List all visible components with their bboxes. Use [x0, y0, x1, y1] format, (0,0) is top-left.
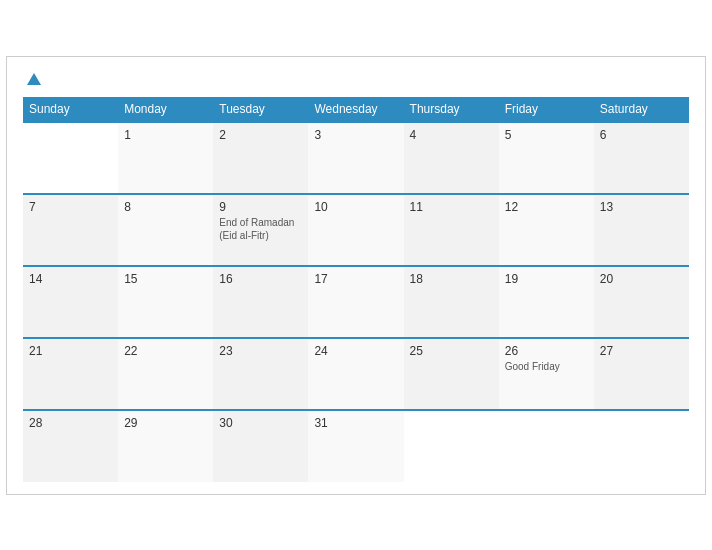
- day-number: 2: [219, 128, 302, 142]
- calendar-day-cell: 29: [118, 410, 213, 482]
- calendar-day-cell: 17: [308, 266, 403, 338]
- day-header-friday: Friday: [499, 97, 594, 122]
- calendar-day-cell: 1: [118, 122, 213, 194]
- day-number: 6: [600, 128, 683, 142]
- calendar-day-cell: 15: [118, 266, 213, 338]
- day-header-monday: Monday: [118, 97, 213, 122]
- day-number: 18: [410, 272, 493, 286]
- day-number: 28: [29, 416, 112, 430]
- day-header-thursday: Thursday: [404, 97, 499, 122]
- calendar-day-cell: 14: [23, 266, 118, 338]
- day-event: Good Friday: [505, 360, 588, 373]
- calendar-day-cell: 23: [213, 338, 308, 410]
- calendar-day-cell: 2: [213, 122, 308, 194]
- calendar-day-cell: 28: [23, 410, 118, 482]
- calendar-day-cell: 22: [118, 338, 213, 410]
- calendar-day-cell: 4: [404, 122, 499, 194]
- calendar-day-cell: 6: [594, 122, 689, 194]
- calendar-day-cell: 5: [499, 122, 594, 194]
- calendar: SundayMondayTuesdayWednesdayThursdayFrid…: [6, 56, 706, 495]
- calendar-week-row: 123456: [23, 122, 689, 194]
- day-number: 1: [124, 128, 207, 142]
- calendar-day-cell: 8: [118, 194, 213, 266]
- day-number: 30: [219, 416, 302, 430]
- calendar-header: [23, 73, 689, 85]
- calendar-day-cell: 12: [499, 194, 594, 266]
- calendar-day-cell: 19: [499, 266, 594, 338]
- calendar-table: SundayMondayTuesdayWednesdayThursdayFrid…: [23, 97, 689, 482]
- calendar-day-cell: 9End of Ramadan (Eid al-Fitr): [213, 194, 308, 266]
- day-header-saturday: Saturday: [594, 97, 689, 122]
- day-number: 12: [505, 200, 588, 214]
- calendar-week-row: 28293031: [23, 410, 689, 482]
- calendar-thead: SundayMondayTuesdayWednesdayThursdayFrid…: [23, 97, 689, 122]
- day-number: 11: [410, 200, 493, 214]
- day-number: 20: [600, 272, 683, 286]
- calendar-day-cell: [499, 410, 594, 482]
- day-number: 27: [600, 344, 683, 358]
- day-number: 14: [29, 272, 112, 286]
- day-number: 5: [505, 128, 588, 142]
- calendar-day-cell: 10: [308, 194, 403, 266]
- logo-triangle-icon: [27, 73, 41, 85]
- calendar-day-cell: [23, 122, 118, 194]
- calendar-day-cell: 30: [213, 410, 308, 482]
- day-number: 19: [505, 272, 588, 286]
- calendar-day-cell: 27: [594, 338, 689, 410]
- calendar-day-cell: [594, 410, 689, 482]
- calendar-tbody: 123456789End of Ramadan (Eid al-Fitr)101…: [23, 122, 689, 482]
- day-number: 16: [219, 272, 302, 286]
- day-number: 8: [124, 200, 207, 214]
- day-header-tuesday: Tuesday: [213, 97, 308, 122]
- day-number: 26: [505, 344, 588, 358]
- day-number: 24: [314, 344, 397, 358]
- calendar-week-row: 212223242526Good Friday27: [23, 338, 689, 410]
- day-header-sunday: Sunday: [23, 97, 118, 122]
- calendar-day-cell: 20: [594, 266, 689, 338]
- day-number: 22: [124, 344, 207, 358]
- calendar-day-cell: 24: [308, 338, 403, 410]
- calendar-week-row: 14151617181920: [23, 266, 689, 338]
- calendar-week-row: 789End of Ramadan (Eid al-Fitr)10111213: [23, 194, 689, 266]
- day-number: 4: [410, 128, 493, 142]
- calendar-day-cell: [404, 410, 499, 482]
- calendar-day-cell: 13: [594, 194, 689, 266]
- calendar-day-cell: 26Good Friday: [499, 338, 594, 410]
- day-number: 7: [29, 200, 112, 214]
- day-number: 3: [314, 128, 397, 142]
- calendar-day-cell: 25: [404, 338, 499, 410]
- day-number: 15: [124, 272, 207, 286]
- day-header-wednesday: Wednesday: [308, 97, 403, 122]
- calendar-day-cell: 11: [404, 194, 499, 266]
- days-header-row: SundayMondayTuesdayWednesdayThursdayFrid…: [23, 97, 689, 122]
- calendar-day-cell: 7: [23, 194, 118, 266]
- day-number: 17: [314, 272, 397, 286]
- day-number: 21: [29, 344, 112, 358]
- day-number: 13: [600, 200, 683, 214]
- calendar-day-cell: 31: [308, 410, 403, 482]
- logo: [23, 73, 41, 85]
- day-event: End of Ramadan (Eid al-Fitr): [219, 216, 302, 242]
- calendar-day-cell: 3: [308, 122, 403, 194]
- calendar-day-cell: 18: [404, 266, 499, 338]
- day-number: 9: [219, 200, 302, 214]
- day-number: 10: [314, 200, 397, 214]
- day-number: 29: [124, 416, 207, 430]
- day-number: 25: [410, 344, 493, 358]
- calendar-day-cell: 21: [23, 338, 118, 410]
- day-number: 31: [314, 416, 397, 430]
- day-number: 23: [219, 344, 302, 358]
- calendar-day-cell: 16: [213, 266, 308, 338]
